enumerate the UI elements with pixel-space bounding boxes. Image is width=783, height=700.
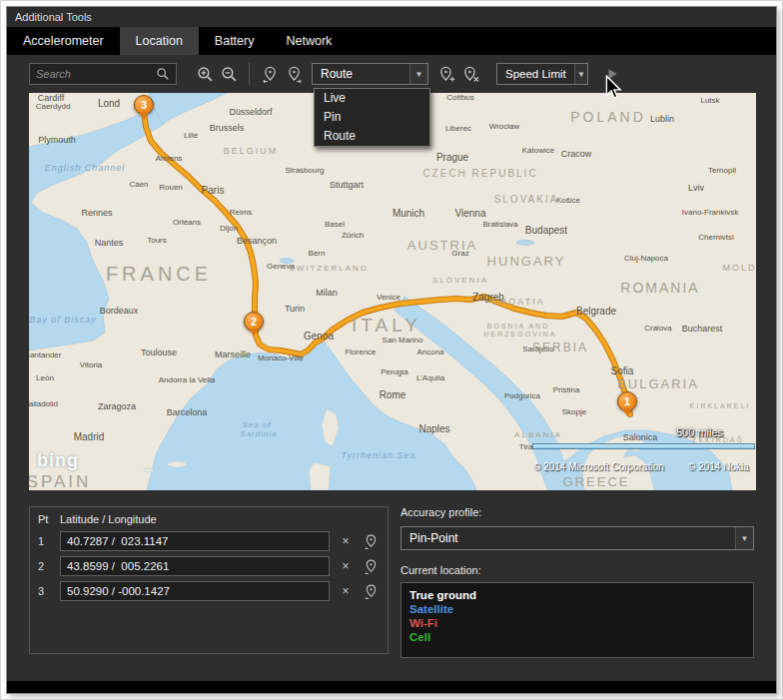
route-mode-value: Route <box>313 64 409 84</box>
search-icon <box>156 67 170 81</box>
waypoint-pin-icon <box>364 559 379 574</box>
waypoint-index: 3 <box>38 585 60 597</box>
pin-x-icon <box>462 66 479 83</box>
tab[interactable]: Accelerometer <box>7 27 120 55</box>
tab[interactable]: Battery <box>199 27 271 55</box>
pin-waypoint-button[interactable] <box>362 582 380 600</box>
cursor-icon <box>605 75 622 105</box>
pin-waypoint-button[interactable] <box>362 557 380 575</box>
waypoint-pin-icon <box>364 584 379 599</box>
tab-label: Network <box>286 34 332 48</box>
accuracy-chevron-icon[interactable]: ▼ <box>735 527 753 549</box>
pin-forward-button[interactable] <box>282 62 306 86</box>
tab-label: Battery <box>215 34 255 48</box>
location-source-item: Wi-Fi <box>409 616 745 630</box>
accuracy-profile-label: Accuracy profile: <box>400 506 754 518</box>
waypoint-row: 3 50.9290 / -000.1427 × <box>38 581 380 601</box>
waypoint-index: 1 <box>38 535 60 547</box>
map-pin[interactable]: 2 <box>244 312 264 332</box>
pin-waypoint-button[interactable] <box>362 532 380 550</box>
toolbar-separator <box>249 63 250 85</box>
pin-plus-icon <box>438 66 455 83</box>
search-input[interactable] <box>36 68 154 80</box>
delete-waypoint-button[interactable]: × <box>338 558 354 574</box>
route-mode-dropdown: Live Pin Route <box>314 88 430 147</box>
tab[interactable]: Location <box>120 27 199 55</box>
waypoint-row: 1 40.7287 / 023.1147 × <box>38 531 380 551</box>
dropdown-option[interactable]: Live <box>315 89 429 108</box>
map-pin[interactable]: 1 <box>617 391 637 411</box>
map-pins: 1 2 3 <box>29 93 756 490</box>
map-pin-number: 3 <box>141 99 147 111</box>
location-tab-content: Route ▼ <box>7 55 776 681</box>
waypoint-pin-icon <box>364 534 379 549</box>
accuracy-profile-select[interactable]: Pin-Point ▼ <box>400 526 754 550</box>
location-source-item: Satellite <box>409 602 745 616</box>
route-mode-select[interactable]: Route ▼ <box>312 63 428 85</box>
map-pin[interactable]: 3 <box>134 95 154 115</box>
location-source-item: True ground <box>409 588 745 602</box>
dropdown-option[interactable]: Pin <box>315 108 429 127</box>
zoom-out-icon <box>221 66 238 83</box>
location-source-item: Cell <box>409 630 745 644</box>
tab-label: Accelerometer <box>23 34 104 48</box>
search-box <box>29 63 177 85</box>
add-pin-button[interactable] <box>434 62 458 86</box>
pin-arrow-left-icon <box>262 66 279 83</box>
remove-pin-button[interactable] <box>458 62 482 86</box>
waypoint-coordinates[interactable]: 43.8599 / 005.2261 <box>60 556 330 576</box>
delete-waypoint-button[interactable]: × <box>338 583 354 599</box>
map-pin-number: 1 <box>624 395 630 407</box>
zoom-out-button[interactable] <box>217 62 241 86</box>
location-settings-panel: Accuracy profile: Pin-Point ▼ Current lo… <box>400 506 754 658</box>
tab[interactable]: Network <box>270 27 348 55</box>
column-header-latlong: Latitude / Longitude <box>60 513 157 525</box>
waypoints-panel: Pt Latitude / Longitude 1 40.7287 / 023.… <box>29 506 389 654</box>
current-location-label: Current location: <box>400 564 754 576</box>
map-pin-number: 2 <box>251 316 257 328</box>
accuracy-profile-value: Pin-Point <box>401 527 735 549</box>
dropdown-option[interactable]: Route <box>315 127 429 146</box>
column-header-pt: Pt <box>38 513 60 525</box>
bottom-bar <box>7 681 776 693</box>
pin-arrow-right-icon <box>286 66 303 83</box>
map-canvas[interactable]: Cardiff Caerdydd Lond Plymouth English C… <box>29 93 756 490</box>
map-toolbar: Route ▼ <box>29 59 754 89</box>
tab-label: Location <box>136 34 183 48</box>
waypoints-rows: 1 40.7287 / 023.1147 × <box>38 531 380 601</box>
zoom-in-button[interactable] <box>193 62 217 86</box>
waypoint-row: 2 43.8599 / 005.2261 × <box>38 556 380 576</box>
additional-tools-window: Additional Tools Accelerometer Location … <box>6 6 777 694</box>
search-button[interactable] <box>154 65 172 83</box>
zoom-in-icon <box>197 66 214 83</box>
bottom-panel: Pt Latitude / Longitude 1 40.7287 / 023.… <box>29 506 754 658</box>
speed-limit-value: Speed Limit <box>497 64 574 84</box>
delete-waypoint-button[interactable]: × <box>338 533 354 549</box>
tab-bar: Accelerometer Location Battery Network <box>7 27 776 55</box>
chevron-down-icon[interactable]: ▼ <box>409 64 427 84</box>
screenshot-frame: Additional Tools Accelerometer Location … <box>0 0 783 700</box>
waypoint-coordinates[interactable]: 50.9290 / -000.1427 <box>60 581 330 601</box>
window-title: Additional Tools <box>7 7 776 27</box>
current-location-box: True ground Satellite Wi-Fi Cell <box>400 582 754 658</box>
waypoint-coordinates[interactable]: 40.7287 / 023.1147 <box>60 531 330 551</box>
waypoints-header: Pt Latitude / Longitude <box>38 513 380 525</box>
pin-back-button[interactable] <box>258 62 282 86</box>
waypoint-index: 2 <box>38 560 60 572</box>
speed-limit-chevron-icon[interactable]: ▼ <box>574 64 587 84</box>
speed-limit-select[interactable]: Speed Limit ▼ <box>496 63 588 85</box>
